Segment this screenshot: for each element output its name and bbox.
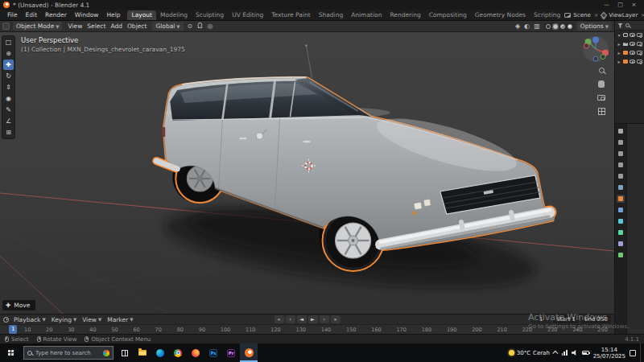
outliner-row-mesh[interactable]: ▸ [615,48,644,57]
taskbar-icon-explorer[interactable] [134,343,151,362]
mode-dropdown[interactable]: Object Mode ▼ [13,22,62,31]
viewlayer-selector[interactable]: ViewLayer [609,12,638,19]
shading-wireframe-button[interactable] [545,23,551,30]
search-icon[interactable] [625,23,630,27]
frame-start-field[interactable]: Start 1 [553,315,579,323]
playhead[interactable]: 1 [9,325,17,334]
workspace-tab[interactable]: Compositing [425,10,471,20]
eye-icon[interactable] [630,51,635,55]
eye-icon[interactable] [630,42,635,46]
tool-select-box-icon[interactable]: □ [3,37,14,47]
scene-selector[interactable]: Scene [573,12,590,19]
tool-move-icon[interactable]: ✚ [3,60,14,70]
properties-tab-object[interactable] [617,195,625,203]
properties-tab-object-data[interactable] [617,251,625,259]
viewport-menu-item[interactable]: Select [85,23,108,30]
orientation-dropdown[interactable]: Global ▼ [152,22,183,31]
viewport-menu-item[interactable]: Add [108,23,125,30]
shading-solid-button[interactable] [552,23,559,30]
workspace-tab[interactable]: Rendering [386,10,424,20]
close-button[interactable]: × [627,2,641,8]
menu-item[interactable]: File [3,11,22,19]
camera-view-icon[interactable] [597,95,605,101]
transport-button[interactable]: « [275,315,284,323]
timeline-menu-item[interactable]: Playback▼ [14,316,46,323]
gizmos-toggle-icon[interactable]: ◈ [514,23,521,30]
render-camera-icon[interactable] [637,33,642,37]
transport-button[interactable]: » [331,315,341,323]
overlays-toggle-icon[interactable]: ◐ [523,23,530,30]
navigation-gizmo[interactable] [581,35,610,65]
properties-tab-tool[interactable] [617,127,625,135]
transport-button[interactable]: ► [308,315,318,323]
timeline-menu-item[interactable]: Keying▼ [52,316,76,323]
viewport-menu-item[interactable]: View [65,23,85,30]
tool-annotate-icon[interactable]: ✎ [3,105,14,115]
pivot-icon[interactable]: ⊙ [187,23,194,30]
notification-center-icon[interactable] [630,350,636,356]
properties-tab-constraints[interactable] [617,240,625,248]
menu-item[interactable]: Help [102,11,124,19]
disclosure-icon[interactable]: ▾ [617,32,621,38]
properties-tab-output[interactable] [617,150,625,158]
taskbar-icon-premiere[interactable] [222,343,240,362]
workspace-tab[interactable]: Shading [315,10,347,20]
weather-widget[interactable]: 30°C Cerah [509,350,550,356]
volume-icon[interactable] [572,350,578,356]
render-camera-icon[interactable] [637,60,642,64]
timeline-editor-icon[interactable] [3,317,9,323]
maximize-button[interactable]: □ [613,2,627,8]
workspace-tab[interactable]: Texture Paint [267,10,314,20]
transport-button[interactable]: › [320,315,329,323]
taskbar-icon-firefox[interactable] [187,343,204,362]
menu-item[interactable]: Window [71,11,103,19]
tool-rotate-icon[interactable]: ↻ [3,71,14,81]
proportional-editing-icon[interactable]: ◎ [206,23,213,30]
timeline-menu-item[interactable]: View▼ [82,316,101,323]
workspace-tab[interactable]: Scripting [530,10,564,20]
properties-tab-physics[interactable] [617,228,625,237]
tray-expand-icon[interactable] [552,351,558,356]
current-frame-field[interactable]: 1 [531,315,551,323]
properties-panel[interactable] [626,124,644,334]
properties-tab-world[interactable] [617,183,625,191]
transport-button[interactable]: ◄ [297,315,307,323]
viewlayer-unlink-icon[interactable]: × [640,12,644,19]
workspace-tab[interactable]: UV Editing [228,10,267,20]
minimize-button[interactable]: — [600,2,613,8]
menu-item[interactable]: Render [41,11,71,19]
tool-add-cube-icon[interactable]: ⊞ [3,127,14,138]
scene-unlink-icon[interactable]: × [593,12,599,19]
timeline-ruler[interactable]: 1 10203040506070809010011012013014015016… [0,324,614,334]
outliner-row-collection[interactable]: ▾ [615,31,644,39]
properties-tab-particles[interactable] [617,217,625,225]
filter-icon[interactable] [617,23,623,28]
viewport-menu-item[interactable]: Object [125,23,149,30]
workspace-tab[interactable]: Modeling [156,10,192,20]
render-camera-icon[interactable] [637,51,642,55]
start-button[interactable] [0,343,21,362]
tool-cursor-icon[interactable]: ⊕ [3,48,14,59]
disclosure-icon[interactable]: ▸ [617,59,621,64]
snap-magnet-icon[interactable]: Ω [196,23,203,30]
properties-tab-view-layer[interactable] [617,161,625,169]
shading-rendered-button[interactable] [567,23,573,30]
ortho-toggle-icon[interactable] [598,108,605,115]
taskbar-icon-photoshop[interactable] [204,343,222,362]
outliner-row-camera[interactable]: ▸ [615,39,644,48]
tool-measure-icon[interactable]: ∠ [3,116,14,126]
xray-toggle-icon[interactable]: ▥ [533,23,541,30]
taskbar-icon-blender[interactable] [240,343,258,362]
search-input[interactable] [35,350,100,356]
render-camera-icon[interactable] [637,42,642,46]
properties-tab-scene[interactable] [617,172,625,180]
3d-viewport[interactable]: □⊕✚↻⇕◉✎∠⊞ User Perspective (1) Collectio… [0,32,614,314]
outliner-row-mesh[interactable]: ▸ [615,57,644,66]
frame-end-field[interactable]: End 250 [581,315,611,323]
zoom-icon[interactable] [599,68,605,73]
workspace-tab[interactable]: Geometry Nodes [471,10,530,20]
tool-transform-icon[interactable]: ◉ [3,93,14,104]
transport-button[interactable]: ‹ [286,315,295,323]
workspace-tab[interactable]: Animation [347,10,386,20]
disclosure-icon[interactable]: ▸ [617,41,621,47]
